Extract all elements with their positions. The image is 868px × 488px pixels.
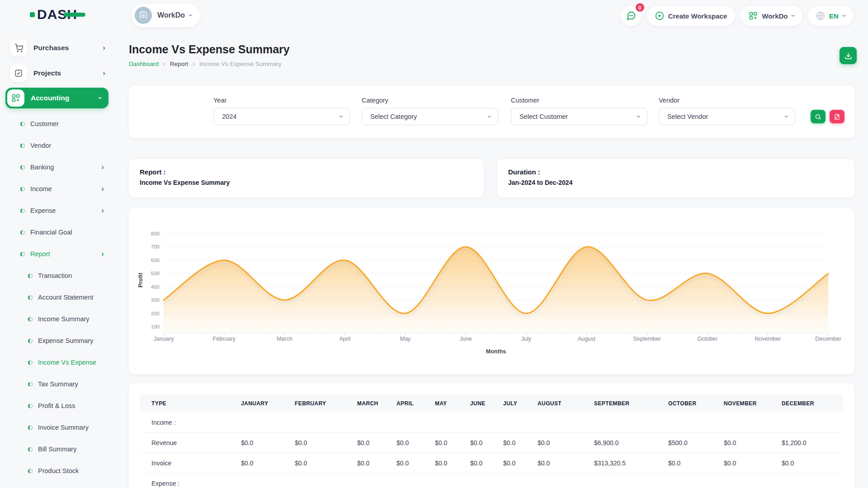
column-header: MAY <box>424 394 459 413</box>
sidebar-item-expense[interactable]: Expense › <box>5 200 115 221</box>
svg-text:December: December <box>815 336 841 342</box>
svg-text:November: November <box>755 336 781 342</box>
year-label: Year <box>213 97 350 104</box>
sidebar-item-label: Profit & Loss <box>38 402 104 409</box>
sidebar-item-income-vs-expense[interactable]: Income Vs Expense <box>5 352 115 373</box>
apply-filter-button[interactable] <box>811 110 826 123</box>
summary-table-card: TYPE JANUARY FEBRUARY MARCH APRIL MAY JU… <box>129 383 854 488</box>
sidebar-item-accounting[interactable]: Accounting › <box>5 88 108 108</box>
sidebar-item-financial-goal[interactable]: Financial Goal <box>5 221 115 243</box>
svg-text:September: September <box>633 336 661 342</box>
report-info-card: Report : Income Vs Expense Summary <box>129 159 484 197</box>
sidebar-item-transaction[interactable]: Transaction <box>5 265 115 286</box>
report-label: Report : <box>140 168 473 176</box>
duration-info-card: Duration : Jan-2024 to Dec-2024 <box>497 159 854 197</box>
sidebar-item-profit-loss[interactable]: Profit & Loss <box>5 395 115 417</box>
vendor-filter: Vendor Select Vendor › <box>659 97 795 125</box>
category-filter: Category Select Category › <box>362 97 498 125</box>
sidebar-item-customer[interactable]: Customer <box>5 113 115 135</box>
sidebar-item-vendor[interactable]: Vendor <box>5 135 115 156</box>
svg-text:Months: Months <box>486 348 506 355</box>
sidebar-item-income[interactable]: Income › <box>5 178 115 200</box>
column-header: FEBRUARY <box>283 394 346 413</box>
workspace-avatar <box>135 7 152 24</box>
bullet-icon <box>20 143 25 148</box>
workspace-switcher[interactable]: WorkDo › <box>131 4 200 27</box>
customer-select[interactable]: Select Customer › <box>511 108 647 125</box>
cell-value: $0.0 <box>459 433 492 453</box>
cell-value: $1,200.0 <box>770 433 843 453</box>
sidebar-item-banking[interactable]: Banking › <box>5 156 115 178</box>
svg-text:700: 700 <box>151 244 160 249</box>
sidebar-item-product-stock[interactable]: Product Stock <box>5 460 115 482</box>
breadcrumb-dashboard[interactable]: Dashboard <box>129 61 159 67</box>
bullet-icon <box>20 122 25 127</box>
svg-text:August: August <box>578 336 595 342</box>
download-icon <box>844 52 852 60</box>
app-logo[interactable]: DASH <box>30 8 77 21</box>
workspace-menu-button[interactable]: WorkDo › <box>741 6 802 26</box>
search-icon <box>815 113 821 120</box>
check-square-icon <box>10 65 27 82</box>
sidebar-item-label: Accounting <box>31 94 99 102</box>
chevron-down-icon: › <box>485 115 493 117</box>
table-group-row: Income : <box>140 413 843 433</box>
cell-value: $0.0 <box>424 453 459 474</box>
year-filter: Year 2024 › <box>213 97 350 125</box>
breadcrumb-report[interactable]: Report <box>170 61 189 67</box>
sidebar-item-label: Income Summary <box>38 315 104 323</box>
column-header: NOVEMBER <box>712 394 770 413</box>
create-workspace-label: Create Workspace <box>668 12 727 20</box>
sidebar-item-projects[interactable]: Projects › <box>5 61 115 86</box>
bullet-icon <box>28 273 33 278</box>
svg-text:200: 200 <box>151 311 160 316</box>
logo-text: DASH <box>37 8 77 21</box>
messages-button[interactable]: 0 <box>621 6 642 26</box>
sidebar-item-purchases[interactable]: Purchases › <box>5 35 115 61</box>
sidebar-item-report[interactable]: Report › <box>5 243 115 265</box>
svg-text:100: 100 <box>151 324 160 329</box>
sidebar-item-income-summary[interactable]: Income Summary <box>5 308 115 330</box>
bullet-icon <box>20 208 25 213</box>
top-bar: DASH WorkDo › 0 Create Workspace WorkDo … <box>0 0 868 32</box>
download-report-button[interactable] <box>840 47 857 64</box>
language-selector[interactable]: EN › <box>808 6 853 26</box>
reset-filter-button[interactable] <box>830 110 844 123</box>
column-header: SEPTEMBER <box>583 394 657 413</box>
logo-dot-icon <box>30 12 35 17</box>
sidebar-item-account-statement[interactable]: Account Statement <box>5 286 115 308</box>
column-header: JULY <box>492 394 526 413</box>
bullet-icon <box>28 317 33 322</box>
vendor-select[interactable]: Select Vendor › <box>659 108 795 125</box>
svg-text:October: October <box>697 336 717 342</box>
chevron-down-icon: › <box>337 115 345 117</box>
sidebar-item-invoice-summary[interactable]: Invoice Summary <box>5 417 115 438</box>
create-workspace-button[interactable]: Create Workspace <box>647 6 736 26</box>
cell-value: $0.0 <box>385 433 424 453</box>
cell-value: $0.0 <box>346 433 385 453</box>
cell-value: $0.0 <box>657 453 712 474</box>
sidebar-item-bill-summary[interactable]: Bill Summary <box>5 438 115 460</box>
page-title: Income Vs Expense Summary <box>129 43 290 56</box>
svg-text:June: June <box>460 336 472 342</box>
svg-text:April: April <box>339 336 350 342</box>
table-group-row: Expense : <box>140 474 843 488</box>
vendor-label: Vendor <box>659 97 795 104</box>
svg-text:February: February <box>213 336 236 342</box>
sidebar-item-label: Expense Summary <box>38 337 104 344</box>
sidebar-item-tax-summary[interactable]: Tax Summary <box>5 373 115 395</box>
sidebar-item-label: Tax Summary <box>38 380 104 388</box>
sidebar-item-expense-summary[interactable]: Expense Summary <box>5 330 115 352</box>
customer-select-value: Select Customer <box>519 113 637 120</box>
duration-label: Duration : <box>508 168 844 176</box>
svg-text:July: July <box>521 336 532 342</box>
cell-value: $0.0 <box>526 453 583 474</box>
year-select[interactable]: 2024 › <box>213 108 350 125</box>
sidebar-item-cash-flow[interactable]: Cash Flow <box>5 482 115 488</box>
bullet-icon <box>28 338 33 343</box>
chevron-right-icon: › <box>103 43 105 52</box>
sidebar-item-label: Banking <box>30 164 101 171</box>
customer-filter: Customer Select Customer › <box>511 97 647 125</box>
category-select[interactable]: Select Category › <box>362 108 498 125</box>
category-select-value: Select Category <box>370 113 488 120</box>
